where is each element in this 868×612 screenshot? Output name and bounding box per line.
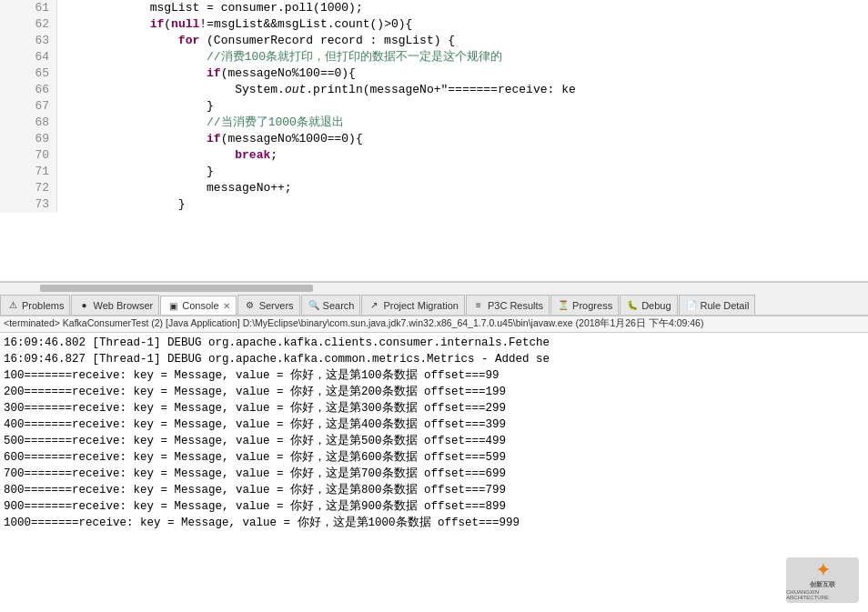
console-line: 800=======receive: key = Message, value … (4, 482, 864, 498)
console-line: 400=======receive: key = Message, value … (4, 416, 864, 433)
tab-label-console: Console (182, 300, 218, 311)
code-table: 61 msgList = consumer.poll(1000);62 if(n… (0, 0, 868, 213)
code-line: 68 //当消费了1000条就退出 (0, 115, 868, 131)
line-content: msgList = consumer.poll(1000); (57, 0, 868, 16)
line-number: 65 (0, 65, 57, 82)
line-content: } (57, 196, 868, 213)
status-bar: <terminated> KafkaConsumerTest (2) [Java… (0, 316, 868, 333)
line-content: System.out.println(messageNo+"=======rec… (57, 82, 868, 98)
console-line: 300=======receive: key = Message, value … (4, 400, 864, 416)
watermark-line1: 创新互联 (810, 580, 835, 589)
console-line: 700=======receive: key = Message, value … (4, 466, 864, 482)
tab-label-problems: Problems (22, 300, 64, 311)
line-content: messageNo++; (57, 180, 868, 196)
line-number: 62 (0, 16, 57, 33)
console-line: 200=======receive: key = Message, value … (4, 384, 864, 400)
tab-problems[interactable]: ⚠Problems (0, 295, 70, 315)
line-number: 66 (0, 82, 57, 98)
tab-ruledetail[interactable]: 📄Rule Detail (679, 295, 756, 315)
code-line: 61 msgList = consumer.poll(1000); (0, 0, 868, 16)
tab-search[interactable]: 🔍Search (301, 295, 361, 315)
tab-p3cresults[interactable]: ≡P3C Results (466, 295, 550, 315)
tab-label-projectmigration: Project Migration (383, 300, 459, 311)
tab-icon-p3cresults: ≡ (472, 299, 485, 312)
code-line: 64 //消费100条就打印，但打印的数据不一定是这个规律的 (0, 49, 868, 65)
tab-label-debug: Debug (641, 300, 671, 311)
code-line: 62 if(null!=msgList&&msgList.count()>0){ (0, 16, 868, 33)
console-output: 16:09:46.802 [Thread-1] DEBUG org.apache… (0, 333, 868, 612)
tab-debug[interactable]: 🐛Debug (620, 295, 677, 315)
line-content: } (57, 98, 868, 115)
line-content: break; (57, 147, 868, 164)
line-number: 73 (0, 196, 57, 213)
line-content: if(null!=msgList&&msgList.count()>0){ (57, 16, 868, 33)
line-content: if(messageNo%100==0){ (57, 65, 868, 82)
tab-projectmigration[interactable]: ↗Project Migration (361, 295, 465, 315)
code-line: 72 messageNo++; (0, 180, 868, 196)
line-content: } (57, 164, 868, 180)
line-content: //消费100条就打印，但打印的数据不一定是这个规律的 (57, 49, 868, 65)
tab-icon-console: ▣ (167, 299, 179, 312)
tab-label-search: Search (323, 300, 355, 311)
tab-icon-search: 🔍 (308, 299, 320, 312)
line-content: for (ConsumerRecord record : msgList) { (57, 33, 868, 49)
scroll-thumb[interactable] (40, 285, 313, 292)
line-number: 68 (0, 115, 57, 131)
code-line: 67 } (0, 98, 868, 115)
tab-label-servers: Servers (259, 300, 294, 311)
line-number: 61 (0, 0, 57, 16)
line-number: 67 (0, 98, 57, 115)
line-content: //当消费了1000条就退出 (57, 115, 868, 131)
tab-label-p3cresults: P3C Results (488, 300, 543, 311)
console-line: 16:09:46.827 [Thread-1] DEBUG org.apache… (4, 351, 864, 367)
line-number: 69 (0, 131, 57, 147)
line-content: if(messageNo%1000==0){ (57, 131, 868, 147)
tab-console[interactable]: ▣Console✕ (160, 296, 236, 316)
watermark-line2: CHUANGXIN ARCHITECTURE (786, 589, 859, 600)
tab-icon-progress: ⏳ (557, 299, 570, 312)
code-line: 73 } (0, 196, 868, 213)
tab-close-console[interactable]: ✕ (223, 301, 230, 311)
console-line: 600=======receive: key = Message, value … (4, 449, 864, 466)
code-line: 69 if(messageNo%1000==0){ (0, 131, 868, 147)
status-text: <terminated> KafkaConsumerTest (2) [Java… (4, 317, 703, 328)
tab-progress[interactable]: ⏳Progress (550, 295, 619, 315)
tab-icon-problems: ⚠ (6, 299, 19, 312)
tab-label-progress: Progress (572, 300, 612, 311)
line-number: 72 (0, 180, 57, 196)
line-number: 63 (0, 33, 57, 49)
tab-icon-ruledetail: 📄 (685, 299, 698, 312)
code-line: 70 break; (0, 147, 868, 164)
console-line: 900=======receive: key = Message, value … (4, 498, 864, 515)
code-editor: 61 msgList = consumer.poll(1000);62 if(n… (0, 0, 868, 282)
watermark-logo: ✦ (816, 560, 830, 580)
console-line: 1000=======receive: key = Message, value… (4, 515, 864, 531)
tab-label-ruledetail: Rule Detail (701, 300, 750, 311)
tab-webbrowser[interactable]: ●Web Browser (71, 295, 159, 315)
tab-label-webbrowser: Web Browser (93, 300, 153, 311)
console-line: 100=======receive: key = Message, value … (4, 367, 864, 384)
tab-icon-debug: 🐛 (626, 299, 639, 312)
code-line: 66 System.out.println(messageNo+"=======… (0, 82, 868, 98)
tab-bar: ⚠Problems●Web Browser▣Console✕⚙Servers🔍S… (0, 293, 868, 316)
horizontal-scrollbar[interactable] (0, 282, 868, 293)
tab-servers[interactable]: ⚙Servers (237, 295, 300, 315)
code-line: 63 for (ConsumerRecord record : msgList)… (0, 33, 868, 49)
code-line: 71 } (0, 164, 868, 180)
watermark: ✦ 创新互联 CHUANGXIN ARCHITECTURE (786, 557, 859, 603)
line-number: 64 (0, 49, 57, 65)
code-line: 65 if(messageNo%100==0){ (0, 65, 868, 82)
console-line: 500=======receive: key = Message, value … (4, 433, 864, 449)
line-number: 70 (0, 147, 57, 164)
console-line: 16:09:46.802 [Thread-1] DEBUG org.apache… (4, 335, 864, 351)
tab-icon-webbrowser: ● (77, 299, 90, 312)
line-number: 71 (0, 164, 57, 180)
tab-icon-projectmigration: ↗ (368, 299, 380, 312)
tab-icon-servers: ⚙ (244, 299, 257, 312)
